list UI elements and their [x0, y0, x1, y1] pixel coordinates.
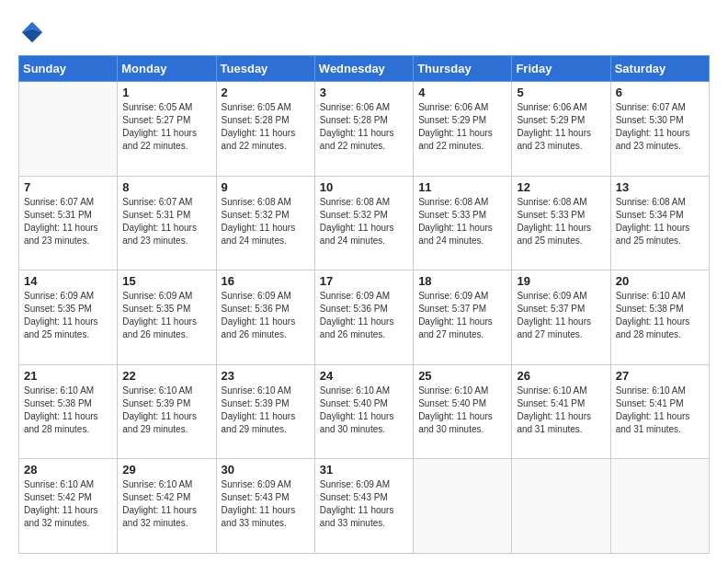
day-number: 3	[320, 86, 408, 99]
calendar-week-4: 21Sunrise: 6:10 AM Sunset: 5:38 PM Dayli…	[19, 364, 710, 459]
calendar-cell: 13Sunrise: 6:08 AM Sunset: 5:34 PM Dayli…	[610, 176, 709, 270]
day-number: 9	[222, 180, 310, 194]
calendar-cell: 28Sunrise: 6:10 AM Sunset: 5:42 PM Dayli…	[19, 459, 118, 554]
day-info: Sunrise: 6:10 AM Sunset: 5:38 PM Dayligh…	[24, 385, 112, 436]
day-info: Sunrise: 6:10 AM Sunset: 5:38 PM Dayligh…	[616, 290, 704, 341]
day-number: 12	[517, 180, 605, 194]
day-info: Sunrise: 6:10 AM Sunset: 5:39 PM Dayligh…	[122, 385, 210, 436]
calendar-week-2: 7Sunrise: 6:07 AM Sunset: 5:31 PM Daylig…	[19, 176, 710, 270]
calendar-cell: 25Sunrise: 6:10 AM Sunset: 5:40 PM Dayli…	[414, 364, 512, 459]
day-info: Sunrise: 6:09 AM Sunset: 5:43 PM Dayligh…	[222, 478, 310, 530]
calendar-cell: 21Sunrise: 6:10 AM Sunset: 5:38 PM Dayli…	[19, 364, 118, 459]
day-info: Sunrise: 6:06 AM Sunset: 5:28 PM Dayligh…	[320, 101, 408, 153]
calendar-cell: 30Sunrise: 6:09 AM Sunset: 5:43 PM Dayli…	[216, 459, 314, 554]
day-number: 10	[320, 180, 408, 194]
calendar-cell: 17Sunrise: 6:09 AM Sunset: 5:36 PM Dayli…	[314, 270, 413, 365]
calendar-cell: 11Sunrise: 6:08 AM Sunset: 5:33 PM Dayli…	[414, 176, 512, 270]
day-number: 13	[616, 180, 704, 194]
day-number: 5	[517, 86, 605, 99]
day-info: Sunrise: 6:09 AM Sunset: 5:35 PM Dayligh…	[122, 290, 210, 341]
day-number: 17	[320, 274, 408, 288]
calendar-header-tuesday: Tuesday	[216, 56, 314, 82]
calendar-cell: 10Sunrise: 6:08 AM Sunset: 5:32 PM Dayli…	[314, 176, 413, 270]
day-number: 29	[122, 463, 210, 477]
calendar-cell: 9Sunrise: 6:08 AM Sunset: 5:32 PM Daylig…	[216, 176, 314, 270]
day-info: Sunrise: 6:09 AM Sunset: 5:37 PM Dayligh…	[418, 290, 506, 341]
calendar-header-friday: Friday	[512, 56, 610, 82]
day-number: 15	[122, 274, 210, 288]
day-number: 24	[320, 369, 408, 383]
day-info: Sunrise: 6:10 AM Sunset: 5:42 PM Dayligh…	[122, 478, 210, 530]
calendar-cell: 16Sunrise: 6:09 AM Sunset: 5:36 PM Dayli…	[216, 270, 314, 365]
logo	[18, 18, 50, 46]
calendar-cell: 6Sunrise: 6:07 AM Sunset: 5:30 PM Daylig…	[610, 82, 709, 177]
day-info: Sunrise: 6:10 AM Sunset: 5:41 PM Dayligh…	[616, 385, 704, 436]
day-number: 22	[122, 369, 210, 383]
calendar-cell: 24Sunrise: 6:10 AM Sunset: 5:40 PM Dayli…	[314, 364, 413, 459]
calendar-cell: 31Sunrise: 6:09 AM Sunset: 5:43 PM Dayli…	[314, 459, 413, 554]
calendar-cell: 23Sunrise: 6:10 AM Sunset: 5:39 PM Dayli…	[216, 364, 314, 459]
day-number: 21	[24, 369, 112, 383]
day-number: 28	[24, 463, 112, 477]
calendar-header-row: SundayMondayTuesdayWednesdayThursdayFrid…	[19, 56, 710, 82]
day-info: Sunrise: 6:10 AM Sunset: 5:42 PM Dayligh…	[24, 478, 112, 530]
day-number: 14	[24, 274, 112, 288]
calendar-cell: 12Sunrise: 6:08 AM Sunset: 5:33 PM Dayli…	[512, 176, 610, 270]
calendar-cell: 14Sunrise: 6:09 AM Sunset: 5:35 PM Dayli…	[19, 270, 118, 365]
calendar-cell: 2Sunrise: 6:05 AM Sunset: 5:28 PM Daylig…	[216, 82, 314, 177]
calendar-cell: 29Sunrise: 6:10 AM Sunset: 5:42 PM Dayli…	[118, 459, 216, 554]
day-info: Sunrise: 6:10 AM Sunset: 5:41 PM Dayligh…	[517, 385, 605, 436]
calendar-cell: 3Sunrise: 6:06 AM Sunset: 5:28 PM Daylig…	[314, 82, 413, 177]
day-number: 16	[222, 274, 310, 288]
day-info: Sunrise: 6:08 AM Sunset: 5:33 PM Dayligh…	[418, 196, 506, 247]
day-number: 6	[616, 86, 704, 99]
day-number: 8	[122, 180, 210, 194]
calendar-week-5: 28Sunrise: 6:10 AM Sunset: 5:42 PM Dayli…	[19, 459, 710, 554]
day-number: 26	[517, 369, 605, 383]
calendar-header-monday: Monday	[118, 56, 216, 82]
day-number: 31	[320, 463, 408, 477]
day-number: 27	[616, 369, 704, 383]
day-number: 7	[24, 180, 112, 194]
calendar-cell	[512, 459, 610, 554]
calendar-cell: 20Sunrise: 6:10 AM Sunset: 5:38 PM Dayli…	[610, 270, 709, 365]
calendar-header-wednesday: Wednesday	[314, 56, 413, 82]
day-info: Sunrise: 6:06 AM Sunset: 5:29 PM Dayligh…	[517, 101, 605, 153]
day-info: Sunrise: 6:09 AM Sunset: 5:36 PM Dayligh…	[320, 290, 408, 341]
calendar-cell	[414, 459, 512, 554]
header	[18, 18, 710, 46]
calendar-cell: 7Sunrise: 6:07 AM Sunset: 5:31 PM Daylig…	[19, 176, 118, 270]
calendar-cell: 5Sunrise: 6:06 AM Sunset: 5:29 PM Daylig…	[512, 82, 610, 177]
day-number: 11	[418, 180, 506, 194]
day-number: 18	[418, 274, 506, 288]
calendar-cell: 4Sunrise: 6:06 AM Sunset: 5:29 PM Daylig…	[414, 82, 512, 177]
calendar-table: SundayMondayTuesdayWednesdayThursdayFrid…	[18, 55, 710, 554]
day-info: Sunrise: 6:09 AM Sunset: 5:35 PM Dayligh…	[24, 290, 112, 341]
day-number: 25	[418, 369, 506, 383]
calendar-header-saturday: Saturday	[610, 56, 709, 82]
day-info: Sunrise: 6:10 AM Sunset: 5:40 PM Dayligh…	[320, 385, 408, 436]
day-info: Sunrise: 6:09 AM Sunset: 5:36 PM Dayligh…	[222, 290, 310, 341]
calendar-header-sunday: Sunday	[19, 56, 118, 82]
day-info: Sunrise: 6:09 AM Sunset: 5:37 PM Dayligh…	[517, 290, 605, 341]
calendar-week-3: 14Sunrise: 6:09 AM Sunset: 5:35 PM Dayli…	[19, 270, 710, 365]
day-info: Sunrise: 6:05 AM Sunset: 5:27 PM Dayligh…	[122, 101, 210, 153]
calendar-cell: 8Sunrise: 6:07 AM Sunset: 5:31 PM Daylig…	[118, 176, 216, 270]
day-number: 20	[616, 274, 704, 288]
day-info: Sunrise: 6:07 AM Sunset: 5:31 PM Dayligh…	[24, 196, 112, 247]
day-info: Sunrise: 6:05 AM Sunset: 5:28 PM Dayligh…	[222, 101, 310, 153]
day-info: Sunrise: 6:06 AM Sunset: 5:29 PM Dayligh…	[418, 101, 506, 153]
logo-icon	[18, 18, 46, 46]
calendar-cell: 26Sunrise: 6:10 AM Sunset: 5:41 PM Dayli…	[512, 364, 610, 459]
day-info: Sunrise: 6:08 AM Sunset: 5:32 PM Dayligh…	[222, 196, 310, 247]
calendar-cell: 19Sunrise: 6:09 AM Sunset: 5:37 PM Dayli…	[512, 270, 610, 365]
day-number: 1	[122, 86, 210, 99]
day-number: 19	[517, 274, 605, 288]
day-info: Sunrise: 6:08 AM Sunset: 5:34 PM Dayligh…	[616, 196, 704, 247]
calendar-header-thursday: Thursday	[414, 56, 512, 82]
calendar-cell: 18Sunrise: 6:09 AM Sunset: 5:37 PM Dayli…	[414, 270, 512, 365]
calendar-cell: 22Sunrise: 6:10 AM Sunset: 5:39 PM Dayli…	[118, 364, 216, 459]
day-number: 23	[222, 369, 310, 383]
calendar-cell	[610, 459, 709, 554]
calendar-cell: 27Sunrise: 6:10 AM Sunset: 5:41 PM Dayli…	[610, 364, 709, 459]
